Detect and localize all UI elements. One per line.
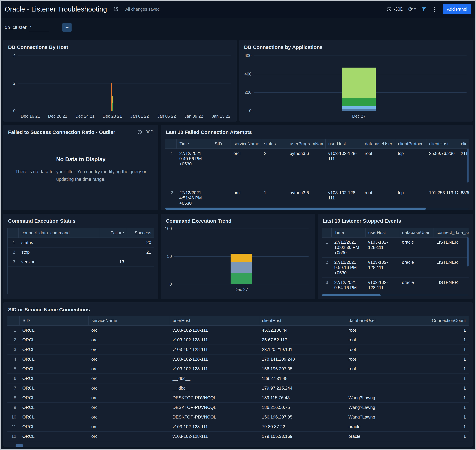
table-row[interactable]: 6ORCLorcl__jdbc__189.27.31.481 xyxy=(7,374,469,383)
column-header[interactable]: status xyxy=(261,139,287,149)
page-button-1[interactable]: 1 xyxy=(16,444,23,447)
horizontal-scrollbar[interactable] xyxy=(165,207,469,210)
column-header[interactable]: SID xyxy=(20,316,89,326)
column-header[interactable]: userHost xyxy=(365,228,399,237)
bar-segment[interactable] xyxy=(231,262,252,273)
bar-segment[interactable] xyxy=(342,68,376,98)
column-header[interactable] xyxy=(7,316,20,326)
bar-segment[interactable] xyxy=(342,106,376,109)
next-page-icon[interactable]: › xyxy=(52,445,58,447)
prev-page-icon[interactable]: ‹ xyxy=(7,445,13,447)
table-cell: oracle xyxy=(346,432,424,441)
page-button-3[interactable]: 3 xyxy=(33,444,41,447)
table-row[interactable]: 12ORCLorclv103-102-128-111179.105.33.169… xyxy=(7,432,469,441)
bar-segment[interactable] xyxy=(112,96,113,103)
column-header[interactable]: serviceName xyxy=(231,139,261,149)
table-row[interactable]: 3ORCLorclv103-102-128-11123.120.219.101r… xyxy=(7,345,469,354)
column-header[interactable]: clientHost xyxy=(426,139,458,149)
table-row[interactable]: 5ORCLorclv103-102-128-111156.196.207.35r… xyxy=(7,364,469,374)
column-header[interactable]: databaseUser xyxy=(346,316,424,326)
filter-icon[interactable] xyxy=(421,7,426,12)
table-row[interactable]: 11ORCLorclv103-102-128-11179.80.87.22ora… xyxy=(7,422,469,432)
table-cell: 45.32.106.44 xyxy=(259,326,346,335)
add-panel-button[interactable]: Add Panel xyxy=(443,4,471,14)
scrollbar-thumb[interactable] xyxy=(322,294,381,296)
table-cell: 1 xyxy=(424,335,469,345)
bar-segment[interactable] xyxy=(112,103,113,111)
table-row[interactable]: 7ORCLorcl__jdbc__179.97.215.2441 xyxy=(7,383,469,393)
column-header[interactable] xyxy=(165,139,177,149)
gridline xyxy=(17,83,231,83)
column-header[interactable]: connect_data_service xyxy=(434,228,469,237)
table-row[interactable]: 227/12/2021 9:59:16 PM +0530v103-102-128… xyxy=(322,258,469,278)
column-header[interactable]: userProgramName xyxy=(287,139,325,149)
table-row[interactable]: 8ORCLorclDESKTOP-PDVNCQL189.115.76.43Wan… xyxy=(7,393,469,403)
table-row[interactable]: 9ORCLorclDESKTOP-PDVNCQL186.216.50.75Wan… xyxy=(7,403,469,412)
column-header[interactable]: clientHost xyxy=(259,316,346,326)
column-header[interactable]: Failure xyxy=(100,228,127,238)
gridline xyxy=(174,229,308,229)
bar-segment[interactable] xyxy=(342,98,376,106)
table-row[interactable]: 1ORCLorclv103-102-128-11145.32.106.44roo… xyxy=(7,326,469,335)
table-row[interactable]: 127/12/2021 10:02:36 PM +0530v103-102-12… xyxy=(322,237,469,258)
bar-segment[interactable] xyxy=(342,109,376,111)
panel-title: Command Execution Status xyxy=(3,214,158,224)
panel-time-range-value: -30D xyxy=(144,129,154,135)
column-header[interactable]: databaseUser xyxy=(362,139,395,149)
page-button-4[interactable]: 4 xyxy=(42,444,49,447)
table-cell: 10 xyxy=(7,412,20,422)
table-cell: 27/12/2021 10:02:36 PM +0530 xyxy=(331,237,365,258)
page-button-2[interactable]: 2 xyxy=(24,444,32,447)
panel-time-range[interactable]: -30D xyxy=(137,129,154,135)
table-cell: 1 xyxy=(424,345,469,354)
add-filter-button[interactable]: + xyxy=(62,23,72,32)
host-connections-chart[interactable]: 024Dec 16 21Dec 20 21Dec 24 21Dec 28 21J… xyxy=(17,56,231,111)
table-row[interactable]: 2ORCLorclv103-102-128-11125.67.52.117roo… xyxy=(7,335,469,345)
table-cell: v103-102-128-111 xyxy=(170,326,259,335)
failed-attempts-table-wrap: TimeSIDserviceNamestatususerProgramNameu… xyxy=(165,139,469,206)
time-range-control[interactable]: -30D xyxy=(387,7,404,12)
table-cell: 21 xyxy=(127,247,154,257)
vertical-scrollbar[interactable] xyxy=(467,237,469,266)
app-connections-chart[interactable]: 0200400600Dec 27 xyxy=(254,56,466,111)
scrollbar-thumb[interactable] xyxy=(165,207,426,210)
table-row[interactable]: 4ORCLorclv103-102-128-111178.141.209.248… xyxy=(7,354,469,364)
column-header[interactable]: SID xyxy=(212,139,231,149)
bar-segment[interactable] xyxy=(231,273,252,284)
column-header[interactable]: clientPort xyxy=(458,139,469,149)
table-row[interactable]: 10ORCLorclDESKTOP-PDVNCQL156.196.207.35W… xyxy=(7,412,469,422)
vertical-scrollbar[interactable] xyxy=(467,149,469,183)
table-row[interactable]: 127/12/2021 9:40:56 PM +0530orcl2python3… xyxy=(165,149,469,188)
column-header[interactable]: connect_data_command xyxy=(19,228,100,238)
column-header[interactable]: Time xyxy=(331,228,365,237)
column-header[interactable]: clientProtocol xyxy=(395,139,426,149)
table-row[interactable]: 327/12/2021 9:54:16 PMv103-102-128-111or… xyxy=(322,278,469,292)
table-cell: v103-102-128-111 xyxy=(365,237,399,258)
kebab-menu-icon[interactable]: ⋮ xyxy=(431,6,438,12)
horizontal-scrollbar[interactable] xyxy=(322,294,469,296)
column-header[interactable]: userHost xyxy=(325,139,362,149)
x-axis-tick: Jan 13 22 xyxy=(212,114,230,119)
column-header[interactable]: serviceName xyxy=(89,316,170,326)
column-header[interactable] xyxy=(8,228,19,238)
column-header[interactable]: databaseUser xyxy=(399,228,434,237)
table-row[interactable]: 1status20 xyxy=(8,238,154,247)
column-header[interactable]: Time xyxy=(177,139,212,149)
db-cluster-input[interactable]: * xyxy=(29,24,49,31)
column-header[interactable]: ConnectionCount xyxy=(424,316,469,326)
column-header[interactable] xyxy=(322,228,331,237)
share-icon[interactable] xyxy=(113,6,119,12)
y-axis-tick: 600 xyxy=(241,53,251,58)
table-cell: ORCL xyxy=(20,393,89,403)
table-cell xyxy=(100,247,127,257)
table-row[interactable]: 3version13 xyxy=(8,257,154,267)
column-header[interactable]: Success xyxy=(127,228,154,238)
command-trend-chart[interactable]: 050100Dec 27 xyxy=(174,229,308,284)
table-row[interactable]: 2stop21 xyxy=(8,247,154,257)
bar-segment[interactable] xyxy=(231,254,252,262)
panel-title: Last 10 Failed Connection Attempts xyxy=(161,125,473,135)
table-row[interactable]: 227/12/2021 4:51:46 PM +0530orcl1python3… xyxy=(165,188,469,206)
column-header[interactable]: userHost xyxy=(170,316,259,326)
table-cell: orcl xyxy=(89,364,170,374)
refresh-control[interactable]: ⟳ ▼ xyxy=(408,6,417,12)
